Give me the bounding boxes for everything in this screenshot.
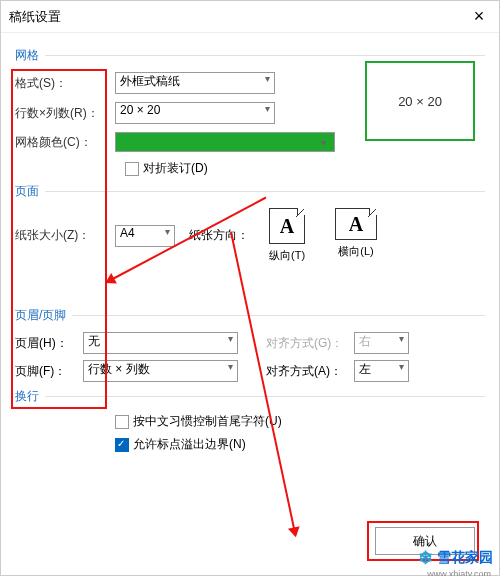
cjk-wrap-label: 按中文习惯控制首尾字符(U) (133, 413, 282, 430)
rows-cols-label: 行数×列数(R)： (15, 105, 115, 122)
titlebar: 稿纸设置 × (1, 1, 499, 33)
paper-size-label: 纸张大小(Z)： (15, 227, 115, 244)
section-header-footer-label: 页眉/页脚 (15, 307, 66, 324)
align-a-label: 对齐方式(A)： (266, 363, 346, 380)
dialog: 稿纸设置 × 网格 格式(S)： 外框式稿纸 ▾ 行数×列数(R)： 20 × … (0, 0, 500, 576)
landscape-icon: A (335, 208, 377, 240)
orientation-landscape[interactable]: A 横向(L) (335, 208, 377, 263)
section-wrap-label: 换行 (15, 388, 39, 405)
fold-binding-checkbox[interactable] (125, 162, 139, 176)
dialog-title: 稿纸设置 (9, 8, 61, 26)
fold-binding-label: 对折装订(D) (143, 160, 208, 177)
chevron-down-icon: ▾ (399, 333, 404, 344)
paper-size-value: A4 (120, 226, 135, 240)
section-grid-label: 网格 (15, 47, 39, 64)
divider (45, 55, 485, 56)
paper-size-select[interactable]: A4 ▾ (115, 225, 175, 247)
chevron-down-icon: ▾ (228, 361, 233, 372)
cjk-wrap-checkbox[interactable] (115, 415, 129, 429)
section-header-footer: 页眉/页脚 (15, 307, 485, 324)
rows-cols-value: 20 × 20 (120, 103, 160, 117)
format-label: 格式(S)： (15, 75, 115, 92)
header-select[interactable]: 无 ▾ (83, 332, 238, 354)
chevron-down-icon: ▾ (321, 137, 326, 148)
header-value: 无 (88, 334, 100, 348)
divider (72, 315, 485, 316)
footer-select[interactable]: 行数 × 列数 ▾ (83, 360, 238, 382)
section-wrap: 换行 (15, 388, 485, 405)
format-value: 外框式稿纸 (120, 74, 180, 88)
chevron-down-icon: ▾ (265, 73, 270, 84)
section-page-label: 页面 (15, 183, 39, 200)
punct-overflow-label: 允许标点溢出边界(N) (133, 436, 246, 453)
align-g-select: 右 ▾ (354, 332, 409, 354)
section-page: 页面 (15, 183, 485, 200)
footer-buttons: 确认 (375, 527, 475, 555)
chevron-down-icon: ▾ (265, 103, 270, 114)
chevron-down-icon: ▾ (399, 361, 404, 372)
grid-preview-text: 20 × 20 (398, 94, 442, 109)
chevron-down-icon: ▾ (165, 226, 170, 237)
footer-label: 页脚(F)： (15, 363, 75, 380)
landscape-label: 横向(L) (338, 244, 373, 259)
content: 网格 格式(S)： 外框式稿纸 ▾ 行数×列数(R)： 20 × 20 ▾ 网格… (1, 33, 499, 467)
footer-value: 行数 × 列数 (88, 362, 150, 376)
portrait-icon: A (269, 208, 305, 244)
align-g-value: 右 (359, 334, 371, 348)
portrait-label: 纵向(T) (269, 248, 305, 263)
header-label: 页眉(H)： (15, 335, 75, 352)
watermark-url: www.xhjaty.com (427, 569, 491, 576)
punct-overflow-checkbox[interactable] (115, 438, 129, 452)
rows-cols-select[interactable]: 20 × 20 ▾ (115, 102, 275, 124)
divider (45, 191, 485, 192)
align-a-select[interactable]: 左 ▾ (354, 360, 409, 382)
align-g-label: 对齐方式(G)： (266, 335, 346, 352)
format-select[interactable]: 外框式稿纸 ▾ (115, 72, 275, 94)
align-a-value: 左 (359, 362, 371, 376)
grid-color-select[interactable] (115, 132, 335, 152)
close-icon[interactable]: × (467, 6, 491, 27)
grid-color-label: 网格颜色(C)： (15, 134, 115, 151)
chevron-down-icon: ▾ (228, 333, 233, 344)
orientation-portrait[interactable]: A 纵向(T) (269, 208, 305, 263)
confirm-button[interactable]: 确认 (375, 527, 475, 555)
divider (45, 396, 485, 397)
grid-preview: 20 × 20 (365, 61, 475, 141)
paper-orient-label: 纸张方向： (189, 227, 249, 244)
